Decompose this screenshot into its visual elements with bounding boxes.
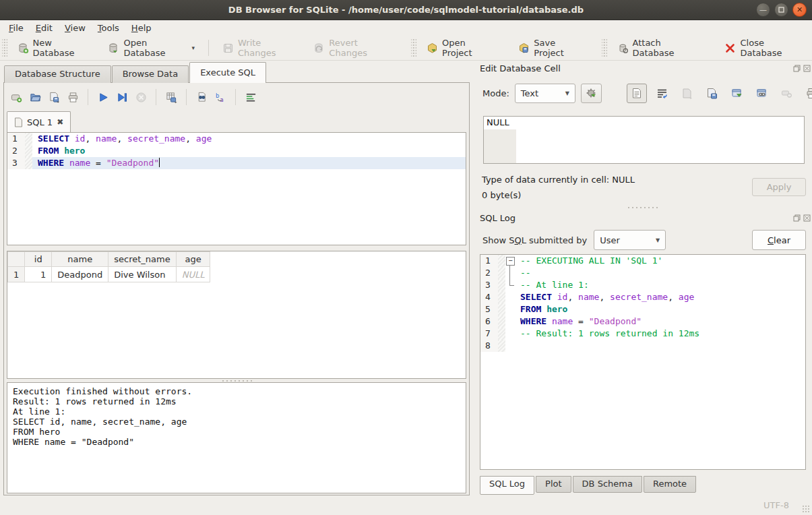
execute-line-button[interactable] [113, 88, 131, 107]
save-sql-file-button[interactable] [44, 88, 63, 107]
stop-execution-button[interactable] [131, 88, 150, 107]
execute-all-button[interactable] [94, 88, 113, 107]
new-sql-tab-button[interactable] [7, 88, 26, 107]
open-project-button[interactable]: Open Project [418, 34, 502, 61]
code-line[interactable]: 6WHERE name = "Deadpond" [480, 315, 805, 328]
column-header-id[interactable]: id [25, 252, 52, 267]
cell-name[interactable]: Deadpond [52, 267, 108, 282]
sql-file-tab[interactable]: SQL 1 ✖ [7, 111, 71, 132]
dock-tab-db-schema[interactable]: DB Schema [573, 476, 642, 493]
toolbar-handle[interactable] [411, 39, 416, 57]
column-header-name[interactable]: name [52, 252, 108, 267]
code-line[interactable]: 4SELECT id, name, secret_name, age [480, 291, 805, 303]
corner-header[interactable] [8, 252, 25, 267]
save-project-icon [518, 42, 530, 54]
save-as-icon [706, 88, 718, 99]
open-database-button[interactable]: Open Database ▾ [100, 34, 203, 61]
auto-format-button[interactable] [241, 88, 260, 107]
save-project-label: Save Project [534, 38, 584, 58]
save-project-button[interactable]: Save Project [510, 34, 592, 61]
sql-editor[interactable]: 1SELECT id, name, secret_name, age2FROM … [7, 132, 466, 245]
print-cell-button[interactable] [801, 84, 812, 103]
fold-marker [505, 267, 515, 279]
column-header-age[interactable]: age [176, 252, 210, 267]
float-dock-icon[interactable] [792, 214, 801, 222]
print-icon [67, 92, 79, 103]
clear-log-button[interactable]: Clear [752, 230, 806, 250]
toolbar-handle[interactable] [2, 39, 7, 57]
word-wrap-button[interactable] [652, 84, 672, 103]
menu-edit[interactable]: Edit [30, 22, 59, 34]
code-line[interactable]: 3WHERE name = "Deadpond" [7, 157, 466, 169]
cell-id[interactable]: 1 [25, 267, 52, 282]
filter-label: Show SQL submitted by [482, 235, 587, 245]
link-icon [756, 88, 768, 99]
sql-log-view[interactable]: 1-- EXECUTING ALL IN 'SQL 1'2--3-- At li… [480, 254, 806, 470]
menu-file[interactable]: File [3, 22, 30, 34]
open-in-external-button[interactable] [726, 84, 747, 103]
execute-sql-panel: b a SQL 1 ✖ 1SELECT id, name, secret_nam… [3, 82, 470, 495]
open-database-icon [108, 42, 119, 54]
close-sql-tab-icon[interactable]: ✖ [57, 117, 63, 127]
code-line[interactable]: 2FROM hero [7, 145, 466, 157]
new-database-icon [18, 42, 29, 54]
fold-marker[interactable] [505, 255, 515, 267]
dock-tab-plot[interactable]: Plot [536, 476, 571, 493]
code-line[interactable]: 2-- [480, 267, 805, 279]
close-dock-icon[interactable] [803, 64, 811, 72]
execution-message-box[interactable]: Execution finished without errors. Resul… [7, 382, 466, 493]
dock-tab-remote[interactable]: Remote [644, 476, 696, 493]
code-line[interactable]: 3-- At line 1: [480, 279, 805, 291]
results-grid: id name secret_name age 1 1 Deadpond Div… [7, 251, 466, 379]
text-mode-button[interactable] [627, 84, 647, 103]
close-button[interactable]: ✕ [792, 3, 807, 17]
open-sql-file-button[interactable] [26, 88, 44, 107]
code-line[interactable]: 1-- EXECUTING ALL IN 'SQL 1' [480, 255, 805, 267]
code-line[interactable]: 5FROM hero [480, 303, 805, 315]
mode-select[interactable]: Text ▼ [515, 84, 575, 103]
float-dock-icon[interactable] [792, 64, 801, 72]
menu-tools[interactable]: Tools [92, 22, 125, 34]
copy-url-button[interactable] [751, 84, 772, 103]
import-cell-data-button[interactable] [677, 84, 697, 103]
menu-view[interactable]: View [59, 22, 92, 34]
write-changes-button[interactable]: Write Changes [214, 34, 305, 61]
tab-database-structure[interactable]: Database Structure [4, 65, 111, 83]
print-sql-button[interactable] [63, 88, 82, 107]
set-null-button[interactable] [776, 84, 797, 103]
close-dock-icon[interactable] [803, 214, 811, 222]
auto-switch-mode-button[interactable] [581, 84, 602, 103]
resize-grip[interactable] [802, 505, 810, 513]
cell-size-info: 0 byte(s) [482, 190, 521, 200]
word-wrap-icon [656, 88, 668, 99]
code-line[interactable]: 8 [480, 340, 805, 352]
column-header-secret-name[interactable]: secret_name [108, 252, 176, 267]
minimize-button[interactable]: — [756, 3, 770, 17]
menu-help[interactable]: Help [125, 22, 158, 34]
dock-tab-sql-log[interactable]: SQL Log [480, 476, 534, 495]
export-cell-data-button[interactable] [701, 84, 722, 103]
code-line[interactable]: 7-- Result: 1 rows returned in 12ms [480, 328, 805, 340]
tab-browse-data[interactable]: Browse Data [112, 65, 189, 83]
replace-button[interactable]: b a [211, 88, 230, 107]
revert-changes-button[interactable]: Revert Changes [305, 34, 402, 61]
submitted-by-select[interactable]: User ▼ [594, 230, 666, 250]
find-button[interactable] [192, 88, 211, 107]
cell-age[interactable]: NULL [176, 267, 210, 282]
new-database-button[interactable]: New Database [9, 34, 100, 61]
attach-database-button[interactable]: Attach Database [609, 34, 709, 61]
tab-execute-sql[interactable]: Execute SQL [189, 62, 266, 83]
maximize-button[interactable] [774, 3, 788, 17]
cell-value-editor[interactable]: NULL [483, 116, 805, 164]
row-header[interactable]: 1 [8, 267, 25, 282]
code-line[interactable]: 1SELECT id, name, secret_name, age [7, 133, 466, 145]
open-database-dropdown-icon[interactable]: ▾ [192, 44, 195, 51]
toolbar-handle[interactable] [602, 39, 607, 57]
results-header-row: id name secret_name age [8, 252, 210, 267]
cell-secret-name[interactable]: Dive Wilson [108, 267, 176, 282]
apply-button[interactable]: Apply [752, 178, 806, 196]
replace-icon: b a [215, 92, 226, 103]
splitter-handle[interactable] [627, 206, 658, 209]
save-results-button[interactable] [162, 88, 181, 107]
close-database-button[interactable]: Close Database [716, 34, 812, 61]
